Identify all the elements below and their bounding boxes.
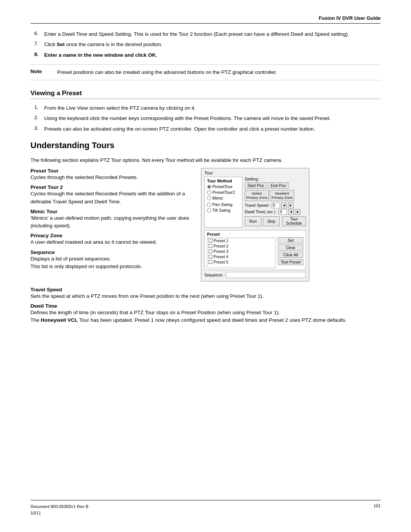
travel-speed-up-button[interactable]: ► [288, 203, 294, 208]
vp-step-3-content: Presets can also be activated using the … [44, 125, 381, 133]
step-8-num: 8. [34, 51, 44, 59]
viewing-preset-heading: Viewing a Preset [30, 89, 381, 99]
footer-left: Document 800-05305V1 Rev B 10/11 [30, 503, 88, 517]
note-block: Note Preset positions can also be create… [30, 64, 381, 80]
note-content: Preset positions can also be created usi… [57, 69, 381, 76]
tour-schedule-button[interactable]: Tour Schedule [282, 216, 306, 226]
dwell-time-term: Dwell Time Defines the length of time (i… [30, 303, 381, 324]
main-content: Preset Tour Cycles through the selected … [30, 168, 381, 281]
preset-listbox[interactable]: Preset 1 Preset 2 Preset 3 [207, 238, 276, 268]
preset-2-checkbox[interactable] [209, 244, 212, 248]
step-8: 8. Enter a name in the new window and cl… [30, 51, 381, 59]
viewing-preset-section: Viewing a Preset 1. From the Live View s… [30, 89, 381, 133]
sequence-label: Sequence : [204, 273, 225, 277]
preset-1-checkbox[interactable] [209, 239, 212, 243]
radio-mimic-label: Mimic [212, 196, 223, 200]
set-button[interactable]: Set [278, 237, 303, 243]
vp-step-1: 1. From the Live View screen select the … [30, 104, 381, 112]
dwell-time-label: Dwell Time( sec ) : [245, 209, 277, 214]
privacy-zone-term: Privacy Zone A user-defined masked out a… [30, 233, 194, 246]
radio-preset-tour2-dot[interactable] [207, 190, 211, 195]
radio-pan-swing-dot[interactable] [207, 203, 211, 207]
preset-4-checkbox[interactable] [209, 255, 212, 259]
list-item: Preset 5 [207, 259, 275, 265]
dwell-time-bottom-body1: Defines the length of time (in seconds) … [30, 309, 381, 316]
step-7-rest: once the camera is in the desired positi… [66, 42, 162, 47]
travel-speed-bottom-title: Travel Speed [30, 287, 381, 292]
dwell-time-down-button[interactable]: ◄ [288, 209, 294, 215]
mimic-tour-body: 'Mimics' a user-defined motion path, cop… [30, 214, 194, 230]
privacy-zone-body: A user-defined masked out area so it can… [30, 238, 194, 246]
run-stop-row: Run Stop Tour Schedule [245, 216, 306, 226]
note-label: Note [30, 69, 57, 76]
list-item: Preset 4 [207, 254, 275, 259]
stop-button[interactable]: Stop [263, 216, 280, 226]
preset-5-checkbox[interactable] [209, 260, 212, 264]
clear-button[interactable]: Clear [278, 244, 303, 251]
dwell-time-up-button[interactable]: ► [295, 209, 301, 215]
dwell-time-body2-text: The [30, 317, 41, 323]
deselect-privacy-zone-button[interactable]: DeselectPrivacy Zone [270, 190, 294, 201]
preset-tour-title: Preset Tour [30, 168, 194, 174]
test-preset-button[interactable]: Test Preset [278, 259, 303, 265]
dwell-time-bottom-title: Dwell Time [30, 303, 381, 309]
dwell-time-input[interactable]: 0 [279, 209, 287, 215]
end-pos-button[interactable]: End Pos [268, 182, 288, 189]
radio-mimic-dot[interactable] [207, 196, 211, 200]
radio-tilt-swing[interactable]: Tilt Swing [207, 208, 240, 212]
step-7-num: 7. [34, 41, 44, 48]
preset-btn-col: Set Clear Clear All Test Preset [278, 232, 303, 268]
list-item: Preset 3 [207, 249, 275, 254]
privacy-zone-title: Privacy Zone [30, 233, 194, 238]
travel-speed-label: Travel Speed : [245, 203, 271, 208]
radio-preset-tour-dot[interactable] [207, 185, 211, 189]
viewing-preset-steps: 1. From the Live View screen select the … [30, 104, 381, 133]
sequence-term: Sequence Displays a list of preset seque… [30, 249, 194, 271]
dwell-time-row: Dwell Time( sec ) : 0 ◄ ► [245, 209, 306, 215]
travel-speed-down-button[interactable]: ◄ [281, 203, 287, 208]
tour-panel-title: Tour [204, 171, 306, 175]
list-item: Preset 1 [207, 238, 275, 243]
preset-tour2-title: Preset Tour 2 [30, 184, 194, 190]
header-title: Fusion IV DVR User Guide [319, 15, 381, 21]
mimic-tour-term: Mimic Tour 'Mimics' a user-defined motio… [30, 209, 194, 230]
sequence-body: Displays a list of preset sequences. [30, 255, 194, 263]
understanding-tours-section: Understanding Tours The following sectio… [30, 141, 381, 324]
tour-inner: Tour Method PresetTour PresetTour2 [204, 177, 306, 228]
radio-preset-tour2[interactable]: PresetTour2 [207, 190, 240, 195]
preset-3-checkbox[interactable] [209, 249, 212, 253]
preset-4-label: Preset 4 [213, 254, 228, 259]
radio-tilt-swing-dot[interactable] [207, 208, 211, 212]
vp-step-2-content: Using the keyboard click the number keys… [44, 115, 381, 122]
select-deselect-row: SelectPrivacy Zone DeselectPrivacy Zone [245, 190, 306, 201]
preset-tour-body: Cycles through the selected Recorded Pre… [30, 174, 194, 181]
preset-2-label: Preset 2 [213, 244, 228, 248]
tour-method-label: Tour Method [207, 179, 240, 183]
sequence-input[interactable] [226, 272, 306, 278]
radio-tilt-swing-label: Tilt Swing [212, 208, 230, 212]
preset-tour2-term: Preset Tour 2 Cycles through the selecte… [30, 184, 194, 206]
radio-pan-swing-label: Pan Swing [212, 202, 233, 207]
tour-panel-container: Tour Tour Method PresetTour PresetTou [201, 168, 311, 281]
radio-preset-tour[interactable]: PresetTour [207, 184, 240, 189]
radio-mimic[interactable]: Mimic [207, 196, 240, 200]
clear-all-button[interactable]: Clear All [278, 252, 303, 258]
radio-preset-tour2-label: PresetTour2 [212, 190, 235, 195]
preset-5-label: Preset 5 [213, 260, 228, 264]
steps-list: 6. Enter a Dwell Time and Speed Setting.… [30, 30, 381, 59]
setting-col: Setting : Start Pos End Pos SelectPrivac… [245, 177, 306, 228]
sequence-title: Sequence [30, 249, 194, 255]
list-item: Preset 2 [207, 243, 275, 249]
preset-1-label: Preset 1 [213, 238, 228, 243]
step-8-content: Enter a name in the new window and click… [44, 51, 381, 59]
travel-speed-bottom-body: Sets the speed at which a PTZ moves from… [30, 292, 381, 300]
travel-speed-term: Travel Speed Sets the speed at which a P… [30, 287, 381, 300]
run-button[interactable]: Run [245, 216, 261, 226]
tour-methods-box: Tour Method PresetTour PresetTour2 [204, 177, 242, 228]
start-pos-button[interactable]: Start Pos [245, 182, 266, 189]
step-7-content: Click Set once the camera is in the desi… [44, 41, 381, 48]
travel-speed-input[interactable]: 0 [272, 203, 280, 208]
select-privacy-zone-button[interactable]: SelectPrivacy Zone [245, 190, 269, 201]
vp-step-1-num: 1. [34, 104, 44, 112]
radio-pan-swing[interactable]: Pan Swing [207, 202, 240, 207]
